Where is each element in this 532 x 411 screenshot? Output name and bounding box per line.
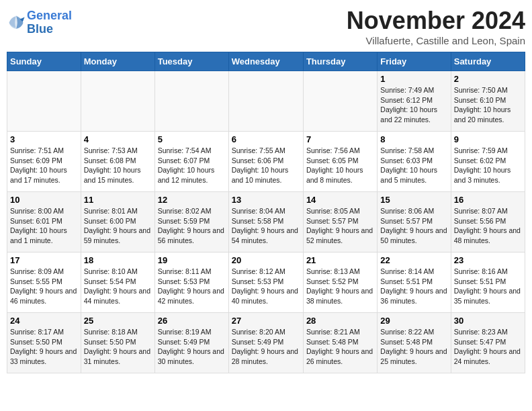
weekday-header: Friday (378, 52, 451, 71)
calendar-week-row: 1Sunrise: 7:49 AM Sunset: 6:12 PM Daylig… (7, 71, 525, 132)
calendar-cell: 30Sunrise: 8:23 AM Sunset: 5:47 PM Dayli… (451, 313, 525, 373)
day-number: 11 (84, 195, 152, 205)
calendar-cell: 16Sunrise: 8:07 AM Sunset: 5:56 PM Dayli… (451, 192, 525, 253)
day-info: Sunrise: 8:12 AM Sunset: 5:53 PM Dayligh… (232, 267, 300, 306)
day-number: 10 (10, 195, 78, 205)
calendar-cell: 3Sunrise: 7:51 AM Sunset: 6:09 PM Daylig… (7, 132, 81, 192)
calendar-cell: 22Sunrise: 8:14 AM Sunset: 5:51 PM Dayli… (378, 253, 451, 313)
calendar-cell (228, 71, 303, 132)
day-info: Sunrise: 8:01 AM Sunset: 6:00 PM Dayligh… (84, 206, 152, 246)
calendar-table: SundayMondayTuesdayWednesdayThursdayFrid… (7, 52, 525, 373)
day-info: Sunrise: 8:13 AM Sunset: 5:52 PM Dayligh… (306, 267, 374, 306)
day-info: Sunrise: 8:18 AM Sunset: 5:50 PM Dayligh… (84, 327, 152, 367)
day-info: Sunrise: 8:02 AM Sunset: 5:59 PM Dayligh… (158, 206, 226, 246)
day-info: Sunrise: 8:04 AM Sunset: 5:58 PM Dayligh… (232, 206, 300, 246)
logo-icon (7, 13, 26, 32)
calendar-cell: 18Sunrise: 8:10 AM Sunset: 5:54 PM Dayli… (81, 253, 154, 313)
day-number: 13 (232, 195, 300, 205)
day-info: Sunrise: 8:23 AM Sunset: 5:47 PM Dayligh… (454, 327, 522, 367)
calendar-cell: 17Sunrise: 8:09 AM Sunset: 5:55 PM Dayli… (7, 253, 81, 313)
calendar-week-row: 24Sunrise: 8:17 AM Sunset: 5:50 PM Dayli… (7, 313, 525, 373)
day-info: Sunrise: 8:09 AM Sunset: 5:55 PM Dayligh… (10, 267, 78, 306)
calendar-cell: 28Sunrise: 8:21 AM Sunset: 5:48 PM Dayli… (303, 313, 377, 373)
day-number: 24 (10, 316, 78, 326)
day-info: Sunrise: 8:14 AM Sunset: 5:51 PM Dayligh… (380, 267, 447, 306)
day-number: 9 (454, 134, 522, 144)
calendar-week-row: 17Sunrise: 8:09 AM Sunset: 5:55 PM Dayli… (7, 253, 525, 313)
day-info: Sunrise: 8:11 AM Sunset: 5:53 PM Dayligh… (158, 267, 226, 306)
weekday-header: Monday (81, 52, 154, 71)
day-info: Sunrise: 8:17 AM Sunset: 5:50 PM Dayligh… (10, 327, 78, 367)
day-number: 7 (306, 134, 374, 144)
day-info: Sunrise: 8:19 AM Sunset: 5:49 PM Dayligh… (158, 327, 226, 367)
day-number: 2 (454, 74, 522, 84)
calendar-cell: 24Sunrise: 8:17 AM Sunset: 5:50 PM Dayli… (7, 313, 81, 373)
day-number: 21 (306, 255, 374, 265)
title-area: November 2024 Villafuerte, Castille and … (347, 7, 525, 46)
calendar-cell: 9Sunrise: 7:59 AM Sunset: 6:02 PM Daylig… (451, 132, 525, 192)
day-info: Sunrise: 7:58 AM Sunset: 6:03 PM Dayligh… (380, 146, 447, 185)
day-number: 3 (10, 134, 78, 144)
calendar-cell: 12Sunrise: 8:02 AM Sunset: 5:59 PM Dayli… (154, 192, 228, 253)
day-info: Sunrise: 8:16 AM Sunset: 5:51 PM Dayligh… (454, 267, 522, 306)
day-number: 12 (158, 195, 226, 205)
day-info: Sunrise: 7:49 AM Sunset: 6:12 PM Dayligh… (380, 85, 447, 125)
calendar-cell: 10Sunrise: 8:00 AM Sunset: 6:01 PM Dayli… (7, 192, 81, 253)
day-info: Sunrise: 7:55 AM Sunset: 6:06 PM Dayligh… (232, 146, 300, 185)
day-info: Sunrise: 8:07 AM Sunset: 5:56 PM Dayligh… (454, 206, 522, 246)
day-number: 30 (454, 316, 522, 326)
calendar-cell (7, 71, 81, 132)
day-info: Sunrise: 8:00 AM Sunset: 6:01 PM Dayligh… (10, 206, 78, 246)
calendar-cell: 25Sunrise: 8:18 AM Sunset: 5:50 PM Dayli… (81, 313, 154, 373)
day-info: Sunrise: 7:51 AM Sunset: 6:09 PM Dayligh… (10, 146, 78, 185)
weekday-header: Saturday (451, 52, 525, 71)
calendar-cell: 21Sunrise: 8:13 AM Sunset: 5:52 PM Dayli… (303, 253, 377, 313)
day-info: Sunrise: 7:54 AM Sunset: 6:07 PM Dayligh… (158, 146, 226, 185)
location-title: Villafuerte, Castille and Leon, Spain (347, 35, 525, 46)
day-number: 17 (10, 255, 78, 265)
calendar-cell: 7Sunrise: 7:56 AM Sunset: 6:05 PM Daylig… (303, 132, 377, 192)
weekday-header: Wednesday (228, 52, 303, 71)
calendar-week-row: 10Sunrise: 8:00 AM Sunset: 6:01 PM Dayli… (7, 192, 525, 253)
weekday-header-row: SundayMondayTuesdayWednesdayThursdayFrid… (7, 52, 525, 71)
day-number: 19 (158, 255, 226, 265)
day-number: 15 (380, 195, 447, 205)
calendar-cell: 23Sunrise: 8:16 AM Sunset: 5:51 PM Dayli… (451, 253, 525, 313)
weekday-header: Tuesday (154, 52, 228, 71)
day-info: Sunrise: 7:50 AM Sunset: 6:10 PM Dayligh… (454, 85, 522, 125)
weekday-header: Sunday (7, 52, 81, 71)
page-header: General Blue November 2024 Villafuerte, … (7, 7, 525, 46)
calendar-cell: 13Sunrise: 8:04 AM Sunset: 5:58 PM Dayli… (228, 192, 303, 253)
calendar-cell (81, 71, 154, 132)
day-number: 18 (84, 255, 152, 265)
month-title: November 2024 (347, 7, 525, 35)
day-number: 16 (454, 195, 522, 205)
calendar-cell: 14Sunrise: 8:05 AM Sunset: 5:57 PM Dayli… (303, 192, 377, 253)
calendar-cell: 5Sunrise: 7:54 AM Sunset: 6:07 PM Daylig… (154, 132, 228, 192)
day-info: Sunrise: 7:56 AM Sunset: 6:05 PM Dayligh… (306, 146, 374, 185)
calendar-cell: 8Sunrise: 7:58 AM Sunset: 6:03 PM Daylig… (378, 132, 451, 192)
day-number: 29 (380, 316, 447, 326)
calendar-cell: 1Sunrise: 7:49 AM Sunset: 6:12 PM Daylig… (378, 71, 451, 132)
day-number: 14 (306, 195, 374, 205)
calendar-cell: 4Sunrise: 7:53 AM Sunset: 6:08 PM Daylig… (81, 132, 154, 192)
day-info: Sunrise: 8:06 AM Sunset: 5:57 PM Dayligh… (380, 206, 447, 246)
day-info: Sunrise: 7:59 AM Sunset: 6:02 PM Dayligh… (454, 146, 522, 185)
calendar-cell: 29Sunrise: 8:22 AM Sunset: 5:48 PM Dayli… (378, 313, 451, 373)
day-number: 20 (232, 255, 300, 265)
day-number: 25 (84, 316, 152, 326)
day-number: 6 (232, 134, 300, 144)
calendar-cell: 27Sunrise: 8:20 AM Sunset: 5:49 PM Dayli… (228, 313, 303, 373)
day-info: Sunrise: 8:20 AM Sunset: 5:49 PM Dayligh… (232, 327, 300, 367)
calendar-cell: 20Sunrise: 8:12 AM Sunset: 5:53 PM Dayli… (228, 253, 303, 313)
day-number: 26 (158, 316, 226, 326)
day-number: 5 (158, 134, 226, 144)
calendar-week-row: 3Sunrise: 7:51 AM Sunset: 6:09 PM Daylig… (7, 132, 525, 192)
day-number: 23 (454, 255, 522, 265)
calendar-cell (154, 71, 228, 132)
calendar-cell: 2Sunrise: 7:50 AM Sunset: 6:10 PM Daylig… (451, 71, 525, 132)
logo: General Blue (7, 9, 72, 36)
logo-text: General Blue (27, 9, 72, 36)
weekday-header: Thursday (303, 52, 377, 71)
day-number: 28 (306, 316, 374, 326)
